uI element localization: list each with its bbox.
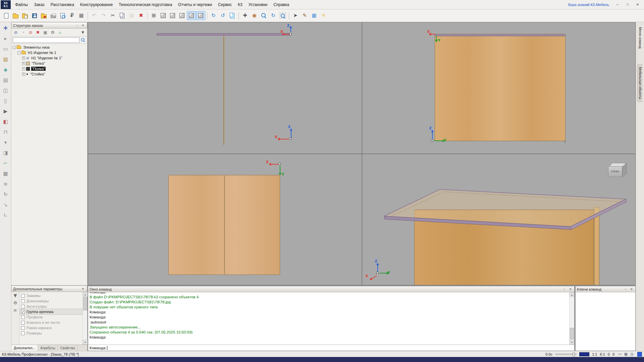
print-button[interactable] — [49, 11, 58, 20]
tree-item[interactable]: +⊘Н1 "Изделие № 1" — [11, 55, 87, 61]
menu-item[interactable]: К3 — [235, 0, 246, 9]
viewport-front-view[interactable]: X Y Z Y — [362, 22, 636, 154]
tree-item[interactable]: -Элементы низа — [11, 45, 87, 50]
option-row[interactable]: Рамка каркаса — [20, 325, 82, 330]
shelf-edge-top-view[interactable] — [157, 33, 290, 36]
option-row[interactable]: Комната и ее части — [20, 320, 82, 325]
move-tool-icon[interactable]: ↘ — [2, 201, 10, 209]
copy-object-button[interactable] — [228, 11, 237, 20]
redo-button[interactable]: ↷ — [99, 11, 108, 20]
scroll-thumb[interactable] — [83, 297, 87, 310]
section-tool-icon[interactable]: ◫ — [2, 86, 10, 95]
align-icon[interactable]: ≡ — [2, 180, 10, 188]
option-row[interactable]: Аксессуары — [20, 304, 82, 309]
gear-icon[interactable]: ⚙ — [13, 301, 17, 305]
undo-button[interactable]: ↶ — [90, 11, 99, 20]
params-scrollbar[interactable]: ▲ ▼ — [83, 292, 87, 345]
tree-expander-icon[interactable]: - — [17, 51, 20, 54]
color-indicator[interactable] — [579, 352, 589, 356]
pin-icon[interactable]: ▫ — [623, 287, 628, 292]
view-front-button[interactable] — [159, 11, 168, 20]
zoom-button[interactable] — [259, 11, 268, 20]
orientation-cube[interactable]: СЛЕВА — [607, 163, 628, 180]
rotate-tool-icon[interactable]: ↻ — [2, 190, 10, 198]
pan-view-button[interactable]: ↻ — [209, 11, 218, 20]
open-file-button[interactable] — [20, 11, 30, 20]
menu-item[interactable]: Справка — [270, 0, 292, 9]
panel-front-view[interactable] — [435, 34, 566, 141]
save-button[interactable] — [30, 11, 39, 20]
menu-item[interactable]: Заказ — [31, 0, 47, 9]
spec-table-button[interactable]: ▦ — [77, 11, 86, 20]
checkbox[interactable] — [21, 321, 25, 324]
edit-button[interactable]: ✎ — [300, 11, 309, 20]
hide-object-icon[interactable]: ⊘ — [12, 29, 19, 36]
scroll-up-icon[interactable]: ▲ — [83, 292, 88, 297]
shelf-3d[interactable] — [362, 154, 636, 285]
ucs-icon[interactable]: ✚ — [2, 24, 10, 32]
monitor-icon[interactable]: ▭ — [617, 352, 623, 357]
ghost-object-icon[interactable]: ⊘ — [27, 29, 34, 36]
render-settings-button[interactable]: ☼ — [319, 11, 328, 20]
material-tool-icon[interactable]: ◈ — [2, 66, 10, 74]
grid-tool-icon[interactable]: ▦ — [2, 170, 10, 178]
panel-tool-icon[interactable]: ▭ — [2, 45, 10, 53]
zoom-window-button[interactable] — [278, 11, 287, 20]
redraw-button[interactable]: ↻ — [269, 11, 278, 20]
menu-item[interactable]: Файлы — [12, 0, 31, 9]
ruler-icon[interactable]: ⌐ — [2, 159, 10, 167]
close-icon[interactable]: ✕ — [629, 287, 634, 292]
print-preview-button[interactable] — [58, 11, 67, 20]
save-as-button[interactable] — [39, 11, 48, 20]
orbit-gizmo-button[interactable]: ◉ — [250, 11, 259, 20]
measure-button[interactable]: ✚ — [240, 11, 250, 20]
sliders-icon[interactable]: ≡ — [13, 308, 17, 313]
checkbox[interactable] — [21, 305, 25, 308]
panel-edge-top-view[interactable] — [223, 36, 224, 145]
search-icon[interactable] — [81, 38, 85, 42]
tree-search-input[interactable] — [13, 37, 79, 43]
command-log[interactable]: Команда:В файл D:\PKMPROJECTS81\78\78.k3… — [88, 292, 574, 345]
clamp-icon[interactable]: ⊓ — [2, 128, 10, 136]
scroll-thumb[interactable] — [570, 328, 574, 339]
tree-item[interactable]: +"Полка" — [11, 66, 87, 71]
new-file-button[interactable] — [2, 11, 11, 20]
viewport-layout-button[interactable]: ⊞ — [149, 11, 158, 20]
tree-filter-icon[interactable]: ▼ — [79, 29, 86, 36]
orbit-view-button[interactable]: ↺ — [218, 11, 227, 20]
highlight-icon[interactable]: ☼ — [57, 29, 63, 36]
option-row[interactable]: Профили — [20, 314, 82, 320]
price-button[interactable]: ₽ — [67, 11, 76, 20]
side-tab[interactable]: Мебельные объекты — [637, 64, 643, 102]
profile-tool-icon[interactable]: ▤ — [2, 76, 10, 84]
view-top-button[interactable] — [168, 11, 177, 20]
view-iso-button[interactable] — [187, 11, 196, 20]
filter-icon[interactable]: ▼ — [14, 293, 17, 298]
checkbox[interactable] — [21, 294, 25, 298]
select-button[interactable]: ➤ — [291, 11, 300, 20]
menu-item[interactable]: Расстановка — [48, 0, 77, 9]
box-tool-icon[interactable]: ▧ — [2, 55, 10, 63]
open-order-button[interactable] — [11, 11, 20, 20]
maximize-button[interactable]: □ — [623, 1, 633, 8]
menu-item[interactable]: Установки — [246, 0, 270, 9]
tree-item[interactable]: +●"Стойка" — [11, 71, 87, 77]
tree-expander-icon[interactable]: + — [22, 62, 25, 65]
drill-icon[interactable]: ▾ — [2, 138, 10, 146]
view-left-button[interactable] — [177, 11, 186, 20]
pin-icon[interactable]: ▫ — [562, 287, 567, 292]
scroll-down-icon[interactable]: ▼ — [570, 340, 574, 345]
side-tab[interactable]: Меню команд — [638, 25, 643, 51]
menu-item[interactable]: Технологическая подготовка — [116, 0, 175, 9]
checkbox[interactable]: ✓ — [21, 310, 25, 314]
delete-object-icon[interactable]: ✖ — [35, 29, 41, 36]
option-row[interactable]: Зажимы — [20, 293, 82, 298]
fittings-icon[interactable]: ◧ — [2, 118, 10, 126]
scroll-up-icon[interactable]: ▲ — [570, 292, 574, 297]
checkbox[interactable] — [21, 331, 25, 335]
delete-button[interactable]: ✖ — [137, 11, 146, 20]
close-icon[interactable]: ✕ — [80, 23, 86, 28]
checkbox[interactable] — [21, 326, 25, 330]
pin-icon[interactable]: ▫ — [74, 23, 79, 28]
command-scrollbar[interactable]: ▲ ▼ — [569, 292, 574, 345]
